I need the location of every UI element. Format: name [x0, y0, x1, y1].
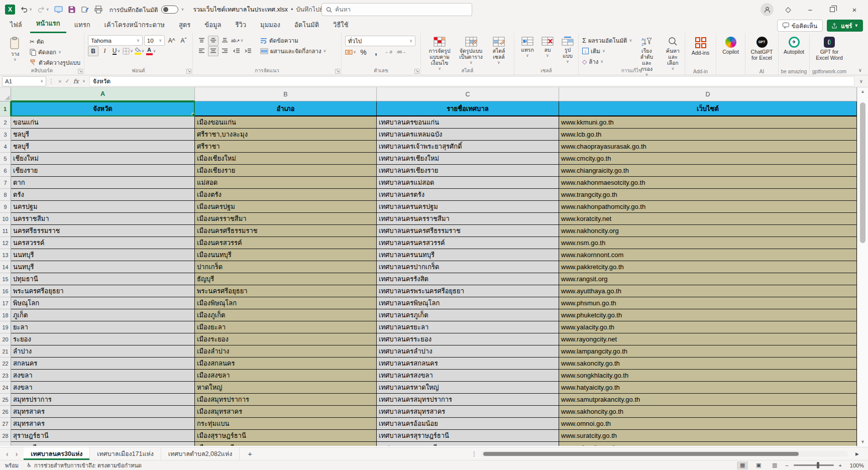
decrease-decimal-button[interactable]: .00→	[396, 47, 406, 57]
chevron-down-icon[interactable]: ∨	[46, 8, 49, 12]
copy-button[interactable]: คัดลอก ∨	[30, 47, 80, 57]
delete-cells-button[interactable]: ลบ ∨	[540, 36, 555, 59]
cell[interactable]: www.chaoprayasurasak.go.th	[559, 141, 857, 153]
align-middle-button[interactable]	[208, 36, 219, 46]
autopilot-button[interactable]: ✈ Autopilot	[782, 36, 806, 56]
font-name-combo[interactable]: Tahoma∨	[88, 35, 143, 46]
search-box[interactable]	[321, 3, 472, 16]
minimize-button[interactable]: −	[803, 2, 818, 17]
cell[interactable]: เทศบาลนครเชียงราย	[377, 165, 559, 177]
cell[interactable]: เทศบาลนครรังสิต	[377, 273, 559, 285]
cell[interactable]: แม่สอด	[195, 177, 377, 189]
zoom-out-button[interactable]: −	[785, 462, 788, 468]
cell[interactable]: เทศบาลนครสมุทรปราการ	[377, 394, 559, 406]
cell[interactable]: www.ayutthaya.go.th	[559, 285, 857, 297]
cell[interactable]: พระนครศรีอยุธยา	[195, 285, 377, 297]
cell[interactable]: เทศบาลนครสกลนคร	[377, 358, 559, 370]
row-number[interactable]: 7	[0, 177, 11, 189]
cell[interactable]: เมืองยะลา	[195, 321, 377, 333]
cell[interactable]: นครราชสีมา	[11, 213, 195, 225]
ribbon-tab-สูตร[interactable]: สูตร	[173, 18, 196, 33]
redo-button[interactable]: ∨	[37, 6, 49, 14]
cell[interactable]: เทศบาลนครนครราชสีมา	[377, 213, 559, 225]
cell[interactable]: ขอนแก่น	[11, 116, 195, 129]
cell[interactable]: www.hatyaicity.go.th	[559, 382, 857, 394]
cell[interactable]: เมืองลำปาง	[195, 345, 377, 358]
cell[interactable]: ตาก	[11, 177, 195, 189]
cell[interactable]: www.sakhoncity.go.th	[559, 406, 857, 418]
wrap-text-button[interactable]: ตัดข้อความ	[260, 36, 326, 45]
cell[interactable]: www.nakhonmaesotcity.go.th	[559, 177, 857, 189]
expand-formula-bar-chevron[interactable]: ∨	[856, 78, 866, 84]
zoom-slider[interactable]	[794, 464, 834, 466]
cell[interactable]: สมุทรสาคร	[11, 418, 195, 430]
cell[interactable]: www.phsmun.go.th	[559, 297, 857, 309]
row-number[interactable]: 1	[0, 101, 11, 116]
save-as-button[interactable]	[81, 6, 89, 14]
cell[interactable]: เมืองพิษณุโลก	[195, 297, 377, 309]
number-format-combo[interactable]: ทั่วไป∨	[345, 36, 415, 46]
collapse-ribbon-chevron[interactable]: ∨	[858, 67, 862, 73]
column-header-C[interactable]: C	[377, 87, 559, 101]
dialog-launcher-icon[interactable]: ↘	[78, 69, 83, 74]
cell[interactable]: www.rangsit.org	[559, 273, 857, 285]
sheet-tab-เทศบาลเมือง171แห่ง[interactable]: เทศบาลเมือง171แห่ง	[90, 447, 161, 460]
row-number[interactable]: 25	[0, 394, 11, 406]
header-cell[interactable]: เว็บไซต์	[559, 101, 857, 116]
cell[interactable]: นครปฐม	[11, 201, 195, 213]
insert-function-icon[interactable]: fx	[73, 78, 79, 85]
cell[interactable]: สมุทรปราการ	[11, 394, 195, 406]
cell[interactable]: เทศบาลนครนนทบุรี	[377, 249, 559, 261]
row-number[interactable]: 12	[0, 237, 11, 249]
row-number[interactable]: 17	[0, 297, 11, 309]
page-break-view-button[interactable]: ▥	[769, 461, 780, 469]
fill-handle[interactable]	[192, 113, 195, 116]
sheet-options-kebab-icon[interactable]: ⋮	[471, 447, 477, 460]
cell[interactable]: เทศบาลนครตรัง	[377, 189, 559, 201]
chatgpt-button[interactable]: GPT ChatGPT for Excel	[749, 36, 775, 62]
cell[interactable]: เทศบาลนครอุดรธานี	[377, 442, 559, 446]
cell[interactable]: นนทบุรี	[11, 261, 195, 273]
cell[interactable]: www.cmcity.go.th	[559, 153, 857, 165]
ribbon-tab-อัตโนมัติ[interactable]: อัตโนมัติ	[288, 18, 325, 33]
accounting-format-button[interactable]: ∨	[345, 47, 356, 57]
fill-color-button[interactable]: ∨	[134, 46, 145, 56]
cut-button[interactable]: ✂ ตัด	[30, 37, 80, 46]
cell[interactable]: เมืองนครศรีธรรมราช	[195, 225, 377, 237]
merge-center-button[interactable]: ผสานและจัดกึ่งกลาง ∨	[260, 46, 326, 56]
cell[interactable]: เมืองเชียงราย	[195, 165, 377, 177]
cell[interactable]: www.nsm.go.th	[559, 237, 857, 249]
row-number[interactable]: 8	[0, 189, 11, 201]
format-painter-button[interactable]: ตัวคัดวางรูปแบบ	[30, 58, 80, 67]
ribbon-tab-หน้าแรก[interactable]: หน้าแรก	[30, 16, 66, 33]
cell[interactable]: เมืองอุดรธานี	[195, 442, 377, 446]
cell[interactable]: เมืองสงขลา	[195, 370, 377, 382]
row-number[interactable]: 20	[0, 333, 11, 345]
cell[interactable]: ชลบุรี	[11, 141, 195, 153]
name-box[interactable]: A1 ∨	[2, 76, 46, 86]
row-number[interactable]: 13	[0, 249, 11, 261]
zoom-slider-thumb[interactable]	[817, 462, 819, 468]
row-number[interactable]: 27	[0, 418, 11, 430]
cell[interactable]: ระยอง	[11, 333, 195, 345]
cell[interactable]: เทศบาลนครนครศรีธรรมราช	[377, 225, 559, 237]
row-number[interactable]: 26	[0, 406, 11, 418]
dialog-launcher-icon[interactable]: ↘	[186, 69, 191, 74]
row-number[interactable]: 3	[0, 129, 11, 141]
search-input[interactable]	[335, 6, 468, 13]
header-cell[interactable]: รายชื่อเทศบาล	[377, 101, 559, 116]
cell[interactable]: เทศบาลนครสมุทรสาคร	[377, 406, 559, 418]
decrease-indent-button[interactable]	[231, 46, 242, 56]
copilot-button[interactable]: Copilot	[719, 36, 742, 56]
scroll-up-icon[interactable]: ▲	[860, 87, 865, 95]
cell[interactable]: เทศบาลนครพระนครศรีอยุธยา	[377, 285, 559, 297]
screen-clipping-button[interactable]	[54, 6, 63, 14]
row-number[interactable]: 21	[0, 345, 11, 358]
cell[interactable]: www.nakhoncity.org	[559, 225, 857, 237]
cell[interactable]: เทศบาลนครเจ้าพระยาสุรศักดิ์	[377, 141, 559, 153]
align-center-button[interactable]	[208, 46, 219, 56]
cell[interactable]: เทศบาลนครปากเกร็ด	[377, 261, 559, 273]
cell[interactable]: www.koratcity.net	[559, 213, 857, 225]
formula-input[interactable]: จังหวัด	[89, 76, 854, 86]
row-number[interactable]: 15	[0, 273, 11, 285]
